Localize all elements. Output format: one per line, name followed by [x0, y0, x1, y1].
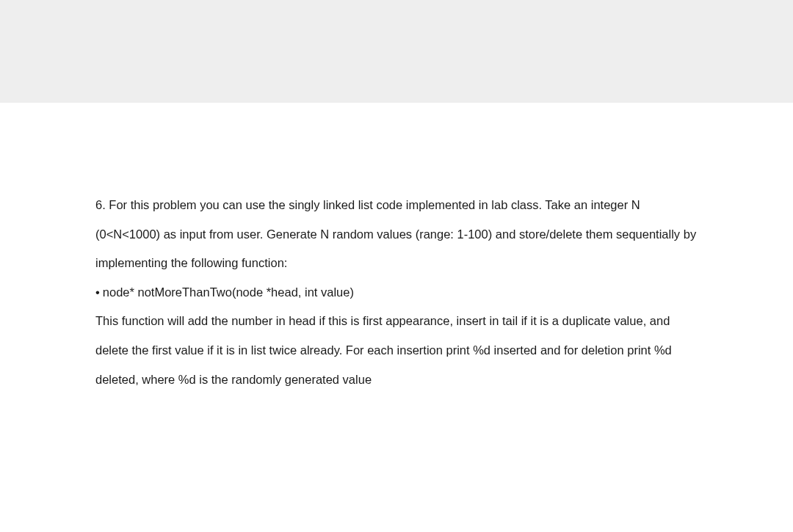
function-signature: node* notMoreThanTwo(node *head, int val…	[103, 285, 354, 299]
function-bullet-line: •node* notMoreThanTwo(node *head, int va…	[95, 278, 698, 307]
question-number: 6.	[95, 198, 106, 211]
bullet-icon: •	[95, 278, 100, 307]
header-band	[0, 0, 793, 103]
content-area: 6. For this problem you can use the sing…	[0, 103, 793, 423]
question-intro: 6. For this problem you can use the sing…	[95, 191, 698, 278]
question-intro-text: For this problem you can use the singly …	[95, 198, 696, 269]
question-description: This function will add the number in hea…	[95, 307, 698, 394]
